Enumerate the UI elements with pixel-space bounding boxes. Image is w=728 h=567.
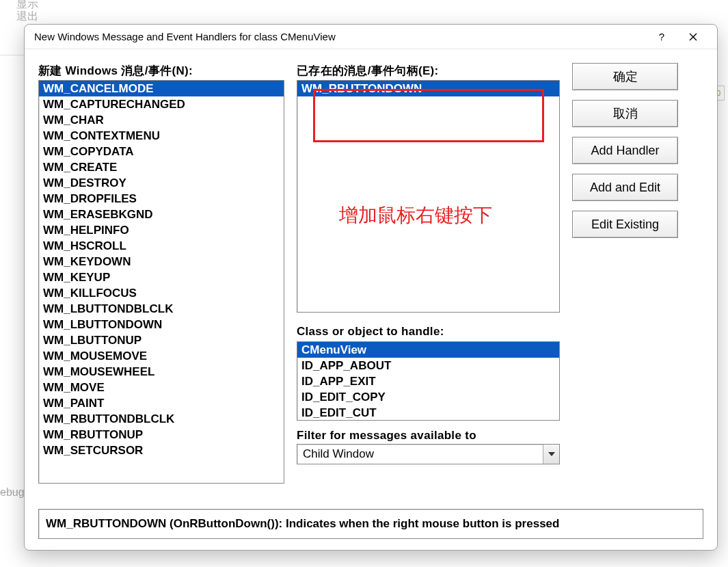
existing-handlers-label: 已存在的消息/事件句柄(E):: [297, 63, 560, 79]
list-item[interactable]: WM_MOUSEWHEEL: [39, 364, 284, 380]
titlebar: New Windows Message and Event Handlers f…: [25, 25, 717, 49]
filter-value: Child Window: [297, 447, 543, 461]
list-item[interactable]: WM_DESTROY: [39, 175, 284, 191]
list-item[interactable]: ID_EDIT_COPY: [297, 389, 559, 405]
message-handlers-dialog: New Windows Message and Event Handlers f…: [24, 24, 718, 551]
list-item[interactable]: WM_SETCURSOR: [39, 443, 284, 458]
background-debug-text: ebug: [0, 486, 25, 499]
list-item[interactable]: WM_RBUTTONDBLCLK: [39, 411, 284, 427]
add-and-edit-button[interactable]: Add and Edit: [572, 174, 678, 201]
filter-dropdown[interactable]: Child Window: [297, 444, 560, 464]
ok-button[interactable]: 确定: [572, 63, 678, 90]
list-item[interactable]: WM_CAPTURECHANGED: [39, 96, 284, 112]
new-messages-listbox[interactable]: WM_CANCELMODEWM_CAPTURECHANGEDWM_CHARWM_…: [38, 80, 284, 484]
add-handler-button[interactable]: Add Handler: [572, 137, 678, 164]
filter-label: Filter for messages available to: [297, 429, 560, 443]
list-item[interactable]: WM_KILLFOCUS: [39, 285, 284, 301]
background-border: [0, 55, 27, 492]
list-item[interactable]: WM_KEYDOWN: [39, 254, 284, 269]
chevron-down-icon: [548, 452, 555, 456]
help-button[interactable]: ?: [646, 27, 677, 47]
list-item[interactable]: WM_MOVE: [39, 380, 284, 395]
list-item[interactable]: WM_PAINT: [39, 395, 284, 411]
list-item[interactable]: WM_RBUTTONDOWN: [297, 81, 559, 96]
list-item[interactable]: WM_CONTEXTMENU: [39, 128, 284, 144]
background-menu: 显示 退出: [0, 0, 41, 24]
list-item[interactable]: WM_CANCELMODE: [39, 81, 284, 96]
list-item[interactable]: CMenuView: [297, 342, 559, 358]
dropdown-button[interactable]: [543, 445, 559, 464]
description-box: WM_RBUTTONDOWN (OnRButtonDown()): Indica…: [38, 509, 703, 539]
existing-handlers-listbox[interactable]: WM_RBUTTONDOWN: [297, 80, 560, 313]
list-item[interactable]: WM_COPYDATA: [39, 144, 284, 159]
list-item[interactable]: WM_RBUTTONUP: [39, 427, 284, 443]
list-item[interactable]: WM_MOUSEMOVE: [39, 348, 284, 364]
edit-existing-button[interactable]: Edit Existing: [572, 211, 678, 238]
list-item[interactable]: WM_KEYUP: [39, 269, 284, 285]
list-item[interactable]: WM_LBUTTONDBLCLK: [39, 301, 284, 317]
list-item[interactable]: WM_ERASEBKGND: [39, 207, 284, 222]
cancel-button[interactable]: 取消: [572, 100, 678, 127]
list-item[interactable]: ID_EDIT_CUT: [297, 405, 559, 421]
description-text: WM_RBUTTONDOWN (OnRButtonDown()): Indica…: [46, 517, 559, 531]
class-object-label: Class or object to handle:: [297, 325, 560, 339]
list-item[interactable]: WM_HSCROLL: [39, 238, 284, 254]
dialog-title: New Windows Message and Event Handlers f…: [34, 31, 646, 42]
list-item[interactable]: WM_HELPINFO: [39, 222, 284, 238]
list-item[interactable]: WM_LBUTTONDOWN: [39, 317, 284, 332]
class-object-listbox[interactable]: CMenuViewID_APP_ABOUTID_APP_EXITID_EDIT_…: [297, 341, 560, 421]
close-icon: [689, 33, 697, 41]
list-item[interactable]: ID_APP_EXIT: [297, 373, 559, 389]
close-button[interactable]: [677, 27, 709, 47]
list-item[interactable]: WM_LBUTTONUP: [39, 332, 284, 348]
list-item[interactable]: ID_APP_ABOUT: [297, 358, 559, 373]
new-messages-label: 新建 Windows 消息/事件(N):: [38, 63, 284, 79]
list-item[interactable]: WM_DROPFILES: [39, 191, 284, 207]
list-item[interactable]: WM_CHAR: [39, 112, 284, 128]
list-item[interactable]: WM_CREATE: [39, 159, 284, 175]
